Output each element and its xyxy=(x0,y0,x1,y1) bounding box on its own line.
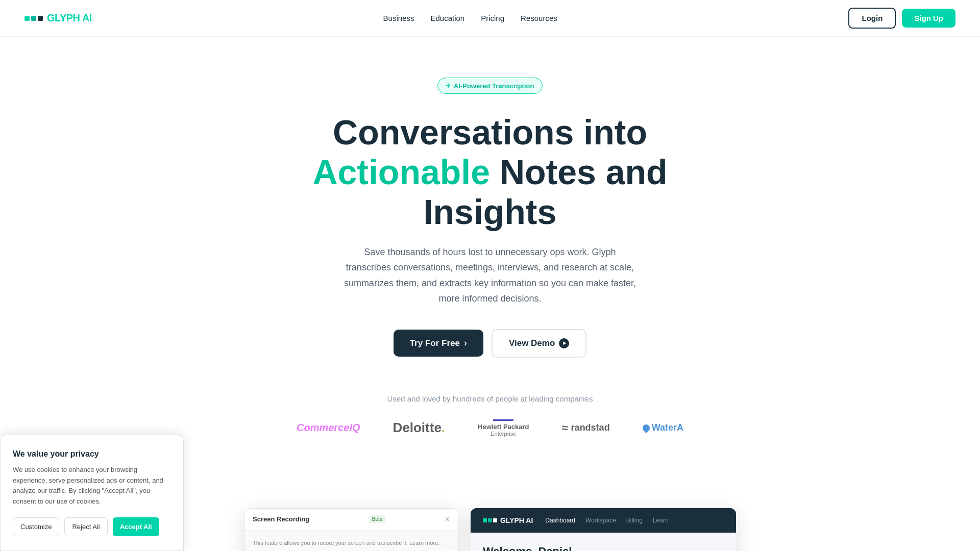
ss-left-header: Screen Recording Beta × xyxy=(244,509,458,531)
cookie-title: We value your privacy xyxy=(13,449,171,459)
cookie-buttons: Customize Reject All Accept All xyxy=(13,517,171,536)
ss-left-badge: Beta xyxy=(369,515,386,523)
try-free-label: Try For Free xyxy=(410,338,460,348)
ss-left-title: Screen Recording xyxy=(253,515,309,523)
screenshot-left-card: Screen Recording Beta × This feature all… xyxy=(244,508,458,551)
ss-right-header: GLYPH AI Dashboard Workspace Billing Lea… xyxy=(471,508,736,533)
nav-resources[interactable]: Resources xyxy=(521,14,557,22)
nav-pricing[interactable]: Pricing xyxy=(481,14,504,22)
ss-right-dot-1 xyxy=(483,518,487,522)
logo[interactable]: GLYPH AI xyxy=(24,12,92,24)
social-proof-section: Used and loved by hundreds of people at … xyxy=(276,394,704,437)
logo-text: GLYPH AI xyxy=(47,12,92,24)
ss-nav-workspace[interactable]: Workspace xyxy=(585,517,616,524)
ss-right-logo: GLYPH AI xyxy=(483,516,533,524)
nav-actions: Login Sign Up xyxy=(848,8,955,29)
nav-business[interactable]: Business xyxy=(383,14,414,22)
ss-close-icon[interactable]: × xyxy=(445,515,450,524)
nav-education[interactable]: Education xyxy=(430,14,464,22)
ss-right-dot-3 xyxy=(493,518,497,522)
logo-randstad: randstad xyxy=(562,421,610,435)
demo-label: View Demo xyxy=(509,338,555,348)
ss-nav-billing[interactable]: Billing xyxy=(626,517,643,524)
signup-button[interactable]: Sign Up xyxy=(902,9,955,28)
watera-drop-icon xyxy=(641,423,651,433)
ss-right-logo-text: GLYPH AI xyxy=(500,516,533,524)
ss-right-body: Welcome, Daniel Select Your Workflow xyxy=(471,533,736,551)
hero-badge: + AI-Powered Transcription xyxy=(437,78,543,94)
hero-title-line1: Conversations into xyxy=(333,113,647,152)
hero-title: Conversations into Actionable Notes and … xyxy=(260,112,720,232)
hero-section: + AI-Powered Transcription Conversations… xyxy=(0,37,980,488)
screenshot-right-card: GLYPH AI Dashboard Workspace Billing Lea… xyxy=(471,508,736,551)
logo-dot-2 xyxy=(31,16,36,21)
cookie-text: We use cookies to enhance your browsing … xyxy=(13,465,171,507)
logo-hewlett-packard: Hewlett Packard Enterprise xyxy=(478,419,529,437)
logo-dot-1 xyxy=(24,16,30,21)
logo-deloitte: Deloitte. xyxy=(393,420,446,436)
badge-text: AI-Powered Transcription xyxy=(454,82,534,90)
cookie-accept-button[interactable]: Accept All xyxy=(113,517,159,536)
hero-subtitle: Save thousands of hours lost to unnecess… xyxy=(342,244,638,307)
nav-links: Business Education Pricing Resources xyxy=(383,14,557,22)
cookie-customize-button[interactable]: Customize xyxy=(13,517,59,536)
social-proof-text: Used and loved by hundreds of people at … xyxy=(276,394,704,403)
logo-dot-3 xyxy=(38,16,43,21)
hero-title-accent: Actionable xyxy=(312,153,490,191)
ss-left-info: This feature allows you to record your s… xyxy=(253,539,450,547)
play-icon xyxy=(559,338,569,348)
badge-plus-icon: + xyxy=(446,81,451,90)
ss-right-dot-2 xyxy=(488,518,492,522)
navbar: GLYPH AI Business Education Pricing Reso… xyxy=(0,0,980,37)
ss-welcome-text: Welcome, Daniel xyxy=(483,545,724,551)
logo-watera: WaterA xyxy=(643,422,683,433)
login-button[interactable]: Login xyxy=(848,8,896,29)
ss-right-nav: Dashboard Workspace Billing Learn xyxy=(545,517,668,524)
ss-left-body: This feature allows you to record your s… xyxy=(244,531,458,551)
cookie-banner: We value your privacy We use cookies to … xyxy=(0,435,184,551)
logos-row: CommerceIQ Deloitte. Hewlett Packard Ent… xyxy=(276,419,704,437)
arrow-icon: › xyxy=(464,338,467,348)
logo-mark xyxy=(24,16,43,21)
view-demo-button[interactable]: View Demo xyxy=(492,329,586,358)
hero-buttons: Try For Free › View Demo xyxy=(394,329,587,358)
ss-nav-learn[interactable]: Learn xyxy=(653,517,669,524)
cookie-reject-button[interactable]: Reject All xyxy=(64,517,107,536)
try-for-free-button[interactable]: Try For Free › xyxy=(394,330,483,357)
logo-commerceiq: CommerceIQ xyxy=(297,422,360,434)
ss-right-logo-mark xyxy=(483,518,497,522)
ss-nav-dashboard[interactable]: Dashboard xyxy=(545,517,575,524)
